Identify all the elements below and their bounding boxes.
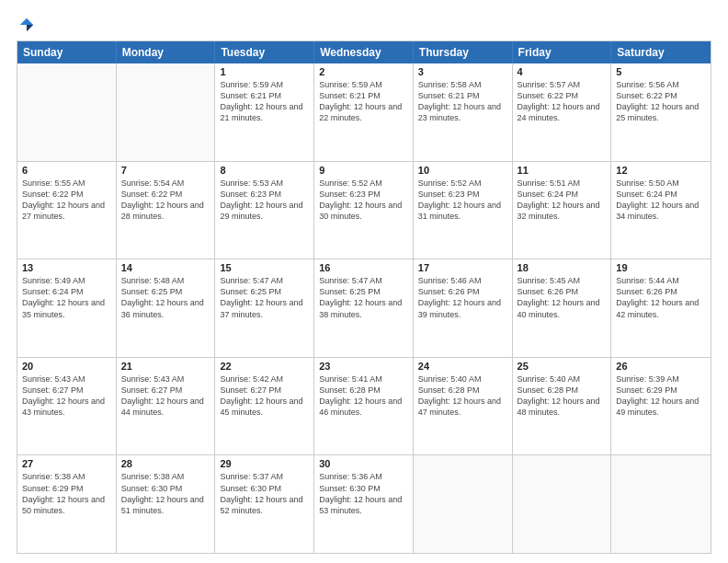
day-detail: Sunrise: 5:38 AMSunset: 6:30 PMDaylight:… xyxy=(121,471,210,516)
calendar-cell: 19Sunrise: 5:44 AMSunset: 6:26 PMDayligh… xyxy=(611,259,711,357)
day-number: 7 xyxy=(121,165,210,176)
day-number: 24 xyxy=(418,361,507,372)
calendar-cell: 4Sunrise: 5:57 AMSunset: 6:22 PMDaylight… xyxy=(513,63,612,161)
day-number: 20 xyxy=(22,361,111,372)
logo-icon xyxy=(18,17,35,33)
calendar-cell: 29Sunrise: 5:37 AMSunset: 6:30 PMDayligh… xyxy=(215,455,314,553)
calendar-cell xyxy=(117,63,216,161)
weekday-header: Tuesday xyxy=(215,41,314,63)
weekday-header: Sunday xyxy=(17,41,117,63)
day-detail: Sunrise: 5:45 AMSunset: 6:26 PMDaylight:… xyxy=(518,275,607,320)
calendar-cell: 28Sunrise: 5:38 AMSunset: 6:30 PMDayligh… xyxy=(117,455,216,553)
calendar-cell: 15Sunrise: 5:47 AMSunset: 6:25 PMDayligh… xyxy=(215,259,314,357)
calendar-cell: 2Sunrise: 5:59 AMSunset: 6:21 PMDaylight… xyxy=(314,63,414,161)
day-number: 18 xyxy=(518,262,607,273)
day-number: 12 xyxy=(616,165,706,176)
day-number: 21 xyxy=(121,361,210,372)
calendar-cell: 11Sunrise: 5:51 AMSunset: 6:24 PMDayligh… xyxy=(513,162,612,259)
calendar-cell: 23Sunrise: 5:41 AMSunset: 6:28 PMDayligh… xyxy=(314,358,414,455)
calendar-cell: 7Sunrise: 5:54 AMSunset: 6:22 PMDaylight… xyxy=(117,162,216,259)
calendar-cell: 9Sunrise: 5:52 AMSunset: 6:23 PMDaylight… xyxy=(314,162,414,259)
calendar-cell: 27Sunrise: 5:38 AMSunset: 6:29 PMDayligh… xyxy=(17,455,117,553)
day-detail: Sunrise: 5:59 AMSunset: 6:21 PMDaylight:… xyxy=(319,79,408,124)
day-number: 14 xyxy=(121,262,210,273)
day-number: 11 xyxy=(518,165,607,176)
calendar-cell: 18Sunrise: 5:45 AMSunset: 6:26 PMDayligh… xyxy=(513,259,612,357)
calendar-cell: 22Sunrise: 5:42 AMSunset: 6:27 PMDayligh… xyxy=(215,358,314,455)
day-number: 9 xyxy=(319,165,408,176)
calendar-cell: 5Sunrise: 5:56 AMSunset: 6:22 PMDaylight… xyxy=(611,63,711,161)
calendar-cell: 8Sunrise: 5:53 AMSunset: 6:23 PMDaylight… xyxy=(215,162,314,259)
day-detail: Sunrise: 5:50 AMSunset: 6:24 PMDaylight:… xyxy=(616,178,706,223)
day-detail: Sunrise: 5:57 AMSunset: 6:22 PMDaylight:… xyxy=(518,79,607,124)
weekday-header: Thursday xyxy=(414,41,513,63)
calendar-row: 1Sunrise: 5:59 AMSunset: 6:21 PMDaylight… xyxy=(17,63,711,161)
day-detail: Sunrise: 5:53 AMSunset: 6:23 PMDaylight:… xyxy=(220,178,309,223)
calendar-cell: 24Sunrise: 5:40 AMSunset: 6:28 PMDayligh… xyxy=(414,358,513,455)
calendar-cell: 13Sunrise: 5:49 AMSunset: 6:24 PMDayligh… xyxy=(17,259,117,357)
calendar-cell xyxy=(17,63,117,161)
calendar-cell: 12Sunrise: 5:50 AMSunset: 6:24 PMDayligh… xyxy=(611,162,711,259)
day-number: 5 xyxy=(616,66,706,77)
calendar: SundayMondayTuesdayWednesdayThursdayFrid… xyxy=(17,40,711,554)
day-detail: Sunrise: 5:40 AMSunset: 6:28 PMDaylight:… xyxy=(418,373,507,419)
day-detail: Sunrise: 5:47 AMSunset: 6:25 PMDaylight:… xyxy=(220,275,309,320)
day-number: 6 xyxy=(22,165,111,176)
day-number: 28 xyxy=(121,458,210,469)
day-number: 30 xyxy=(319,458,408,469)
day-number: 3 xyxy=(418,66,507,77)
calendar-cell xyxy=(513,455,612,553)
day-detail: Sunrise: 5:37 AMSunset: 6:30 PMDaylight:… xyxy=(220,471,309,516)
day-detail: Sunrise: 5:42 AMSunset: 6:27 PMDaylight:… xyxy=(220,373,309,419)
day-detail: Sunrise: 5:47 AMSunset: 6:25 PMDaylight:… xyxy=(319,275,408,320)
day-number: 25 xyxy=(518,361,607,372)
day-detail: Sunrise: 5:52 AMSunset: 6:23 PMDaylight:… xyxy=(418,178,507,223)
calendar-cell: 17Sunrise: 5:46 AMSunset: 6:26 PMDayligh… xyxy=(414,259,513,357)
calendar-cell xyxy=(414,455,513,553)
day-number: 15 xyxy=(220,262,309,273)
calendar-cell: 16Sunrise: 5:47 AMSunset: 6:25 PMDayligh… xyxy=(314,259,414,357)
day-detail: Sunrise: 5:39 AMSunset: 6:29 PMDaylight:… xyxy=(616,373,706,419)
day-detail: Sunrise: 5:41 AMSunset: 6:28 PMDaylight:… xyxy=(319,373,408,419)
day-number: 19 xyxy=(616,262,706,273)
day-detail: Sunrise: 5:43 AMSunset: 6:27 PMDaylight:… xyxy=(22,373,111,419)
weekday-header: Wednesday xyxy=(314,41,414,63)
calendar-row: 20Sunrise: 5:43 AMSunset: 6:27 PMDayligh… xyxy=(17,357,711,455)
calendar-row: 13Sunrise: 5:49 AMSunset: 6:24 PMDayligh… xyxy=(17,259,711,357)
day-number: 10 xyxy=(418,165,507,176)
calendar-header: SundayMondayTuesdayWednesdayThursdayFrid… xyxy=(17,41,711,63)
calendar-cell: 3Sunrise: 5:58 AMSunset: 6:21 PMDaylight… xyxy=(414,63,513,161)
calendar-cell: 21Sunrise: 5:43 AMSunset: 6:27 PMDayligh… xyxy=(117,358,216,455)
calendar-cell: 1Sunrise: 5:59 AMSunset: 6:21 PMDaylight… xyxy=(215,63,314,161)
calendar-cell: 20Sunrise: 5:43 AMSunset: 6:27 PMDayligh… xyxy=(17,358,117,455)
day-detail: Sunrise: 5:43 AMSunset: 6:27 PMDaylight:… xyxy=(121,373,210,419)
day-detail: Sunrise: 5:44 AMSunset: 6:26 PMDaylight:… xyxy=(616,275,706,320)
day-detail: Sunrise: 5:52 AMSunset: 6:23 PMDaylight:… xyxy=(319,178,408,223)
day-detail: Sunrise: 5:58 AMSunset: 6:21 PMDaylight:… xyxy=(418,79,507,124)
calendar-cell: 30Sunrise: 5:36 AMSunset: 6:30 PMDayligh… xyxy=(314,455,414,553)
day-detail: Sunrise: 5:48 AMSunset: 6:25 PMDaylight:… xyxy=(121,275,210,320)
page: SundayMondayTuesdayWednesdayThursdayFrid… xyxy=(0,0,728,563)
day-detail: Sunrise: 5:38 AMSunset: 6:29 PMDaylight:… xyxy=(22,471,111,516)
day-detail: Sunrise: 5:49 AMSunset: 6:24 PMDaylight:… xyxy=(22,275,111,320)
day-number: 16 xyxy=(319,262,408,273)
day-number: 17 xyxy=(418,262,507,273)
weekday-header: Saturday xyxy=(611,41,711,63)
logo xyxy=(17,17,35,31)
calendar-cell: 6Sunrise: 5:55 AMSunset: 6:22 PMDaylight… xyxy=(17,162,117,259)
day-detail: Sunrise: 5:54 AMSunset: 6:22 PMDaylight:… xyxy=(121,178,210,223)
day-detail: Sunrise: 5:36 AMSunset: 6:30 PMDaylight:… xyxy=(319,471,408,516)
day-number: 13 xyxy=(22,262,111,273)
day-detail: Sunrise: 5:59 AMSunset: 6:21 PMDaylight:… xyxy=(220,79,309,124)
header xyxy=(17,17,711,31)
day-number: 26 xyxy=(616,361,706,372)
weekday-header: Friday xyxy=(513,41,612,63)
calendar-cell xyxy=(611,455,711,553)
day-number: 22 xyxy=(220,361,309,372)
calendar-cell: 25Sunrise: 5:40 AMSunset: 6:28 PMDayligh… xyxy=(513,358,612,455)
calendar-cell: 10Sunrise: 5:52 AMSunset: 6:23 PMDayligh… xyxy=(414,162,513,259)
svg-marker-1 xyxy=(27,25,33,31)
day-detail: Sunrise: 5:55 AMSunset: 6:22 PMDaylight:… xyxy=(22,178,111,223)
day-number: 4 xyxy=(518,66,607,77)
calendar-body: 1Sunrise: 5:59 AMSunset: 6:21 PMDaylight… xyxy=(17,63,711,553)
